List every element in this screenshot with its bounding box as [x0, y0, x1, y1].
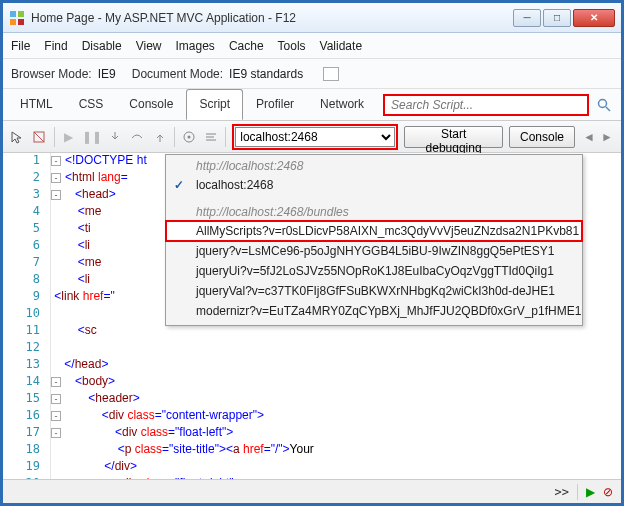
browser-mode-value[interactable]: IE9 — [98, 67, 116, 81]
tab-profiler[interactable]: Profiler — [243, 89, 307, 120]
svg-line-5 — [606, 107, 610, 111]
svg-point-4 — [599, 99, 607, 107]
clear-highlight-icon[interactable] — [31, 128, 47, 146]
console-prompt[interactable]: >> — [555, 485, 569, 499]
svg-point-9 — [187, 135, 190, 138]
script-toolbar: ▶ ❚❚ localhost:2468 Start debugging Cons… — [3, 121, 621, 153]
menu-view[interactable]: View — [136, 39, 162, 53]
close-button[interactable]: ✕ — [573, 9, 615, 27]
menu-cache[interactable]: Cache — [229, 39, 264, 53]
menu-validate[interactable]: Validate — [320, 39, 362, 53]
nav-fwd-icon[interactable]: ► — [599, 129, 615, 145]
svg-rect-1 — [18, 11, 24, 17]
toolbar-separator — [54, 127, 55, 147]
menu-find[interactable]: Find — [44, 39, 67, 53]
search-icon[interactable] — [593, 94, 615, 116]
svg-rect-2 — [10, 19, 16, 25]
code-editor[interactable]: 123456789101112131415161718192021 -<!DOC… — [3, 153, 621, 505]
menu-disable[interactable]: Disable — [82, 39, 122, 53]
app-logo-icon — [9, 10, 25, 26]
menubar: File Find Disable View Images Cache Tool… — [3, 33, 621, 59]
source-select[interactable]: localhost:2468 — [235, 127, 395, 147]
pause-icon[interactable]: ❚❚ — [83, 128, 101, 146]
step-over-icon[interactable] — [129, 128, 145, 146]
step-out-icon[interactable] — [151, 128, 167, 146]
dropdown-item[interactable]: jquery?v=LsMCe96-p5oJgNHYGGB4L5iBU-9IwZI… — [166, 241, 582, 261]
step-into-icon[interactable] — [107, 128, 123, 146]
dropdown-group: http://localhost:2468 — [166, 155, 582, 175]
mode-bar: Browser Mode: IE9 Document Mode: IE9 sta… — [3, 59, 621, 89]
tab-console[interactable]: Console — [116, 89, 186, 120]
search-input[interactable] — [383, 94, 589, 116]
maximize-button[interactable]: □ — [543, 9, 571, 27]
tab-network[interactable]: Network — [307, 89, 377, 120]
pin-icon[interactable] — [323, 67, 339, 81]
start-debugging-button[interactable]: Start debugging — [404, 126, 503, 148]
tab-script[interactable]: Script — [186, 89, 243, 120]
nav-back-icon[interactable]: ◄ — [581, 129, 597, 145]
titlebar: Home Page - My ASP.NET MVC Application -… — [3, 3, 621, 33]
menu-tools[interactable]: Tools — [278, 39, 306, 53]
dropdown-item[interactable]: AllMyScripts?v=r0sLDicvP58AIXN_mc3QdyVvV… — [166, 221, 582, 241]
browser-mode-label: Browser Mode: — [11, 67, 92, 81]
toolbar-separator — [225, 127, 226, 147]
format-icon[interactable] — [203, 128, 219, 146]
document-mode-value[interactable]: IE9 standards — [229, 67, 303, 81]
console-footer: >> ▶ ⊘ — [3, 479, 621, 503]
menu-file[interactable]: File — [11, 39, 30, 53]
window-title: Home Page - My ASP.NET MVC Application -… — [31, 11, 513, 25]
dropdown-item[interactable]: jqueryVal?v=c37TK0FIj8GfFSuBKWXrNHbgKq2w… — [166, 281, 582, 301]
source-dropdown[interactable]: http://localhost:2468 localhost:2468 htt… — [165, 154, 583, 326]
svg-line-7 — [34, 132, 44, 142]
continue-icon[interactable]: ▶ — [61, 128, 77, 146]
dropdown-group: http://localhost:2468/bundles — [166, 201, 582, 221]
config-icon[interactable] — [181, 128, 197, 146]
document-mode-label: Document Mode: — [132, 67, 223, 81]
console-button[interactable]: Console — [509, 126, 575, 148]
menu-images[interactable]: Images — [176, 39, 215, 53]
dropdown-item[interactable]: modernizr?v=EuTZa4MRY0ZqCYpBXj_MhJfFJU2Q… — [166, 301, 582, 321]
dropdown-item[interactable]: localhost:2468 — [166, 175, 582, 195]
tab-css[interactable]: CSS — [66, 89, 117, 120]
line-gutter: 123456789101112131415161718192021 — [3, 153, 51, 505]
source-select-highlight: localhost:2468 — [232, 124, 398, 150]
select-element-icon[interactable] — [9, 128, 25, 146]
dropdown-item[interactable]: jqueryUi?v=5fJ2LoSJVz55NOpRoK1J8EuIbaCyO… — [166, 261, 582, 281]
svg-rect-3 — [18, 19, 24, 25]
run-icon[interactable]: ▶ — [586, 485, 595, 499]
tab-bar: HTML CSS Console Script Profiler Network — [3, 89, 621, 121]
minimize-button[interactable]: ─ — [513, 9, 541, 27]
toolbar-separator — [174, 127, 175, 147]
tab-html[interactable]: HTML — [7, 89, 66, 120]
clear-icon[interactable]: ⊘ — [603, 485, 613, 499]
svg-rect-0 — [10, 11, 16, 17]
